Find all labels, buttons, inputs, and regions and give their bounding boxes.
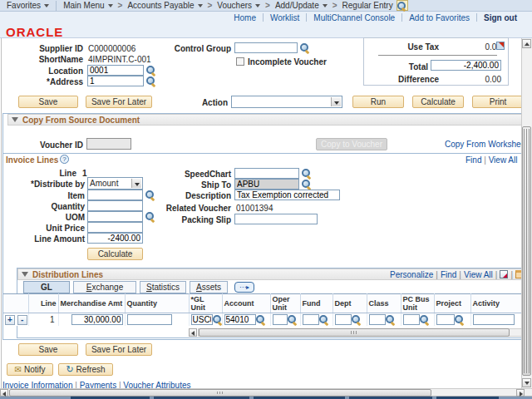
use-tax-label: Use Tax xyxy=(357,42,439,52)
personalize-link[interactable]: Personalize xyxy=(390,270,433,279)
oper-unit-lookup-icon[interactable] xyxy=(288,315,298,325)
account-input[interactable] xyxy=(224,314,256,325)
merchandise-amt-input[interactable] xyxy=(71,314,123,325)
pc-bus-unit-input[interactable] xyxy=(403,314,420,325)
supplier-id-value: C000000006 xyxy=(88,44,135,53)
quantity-dist-input[interactable] xyxy=(127,314,172,325)
class-lookup-icon[interactable] xyxy=(386,315,396,325)
fund-lookup-icon[interactable] xyxy=(319,315,329,325)
distribute-by-value: Amount xyxy=(90,179,118,188)
scroll-page-left-button[interactable] xyxy=(0,389,8,397)
control-group-lookup-icon[interactable] xyxy=(300,43,310,53)
project-lookup-icon[interactable] xyxy=(455,315,465,325)
grid-header-row: Line Merchandise Amt Quantity *GL Unit A… xyxy=(3,294,525,313)
vertical-scrollbar-thumb[interactable] xyxy=(522,126,531,376)
fund-input[interactable] xyxy=(303,314,319,325)
use-tax-value: 0.00 xyxy=(432,42,501,52)
gl-unit-input[interactable] xyxy=(191,314,213,325)
action-select[interactable] xyxy=(231,96,342,108)
total-label: Total xyxy=(357,62,428,71)
scroll-up-button[interactable] xyxy=(522,39,531,48)
scroll-down-button[interactable] xyxy=(522,378,531,387)
multichannel-console-link[interactable]: MultiChannel Console xyxy=(307,13,401,22)
print-button[interactable]: Print xyxy=(472,96,524,108)
logo-band: ORACLE xyxy=(0,23,532,38)
address-label: *Address xyxy=(0,77,83,86)
address-lookup-icon[interactable] xyxy=(146,76,156,86)
save-button-bottom[interactable]: Save xyxy=(18,343,78,356)
save-for-later-button-bottom[interactable]: Save For Later xyxy=(86,343,152,356)
search-icon xyxy=(397,2,406,11)
breadcrumb-label: Add/Update xyxy=(275,1,319,10)
home-link[interactable]: Home xyxy=(227,13,263,22)
total-input[interactable] xyxy=(431,60,501,71)
row-line-number: 1 xyxy=(28,313,58,327)
oper-unit-input[interactable] xyxy=(273,314,288,325)
use-tax-transfer-icon[interactable] xyxy=(496,42,505,50)
calculate-button[interactable]: Calculate xyxy=(412,96,464,108)
breadcrumb-add-update[interactable]: Add/Update xyxy=(275,1,328,10)
calculate-line-button[interactable]: Calculate xyxy=(87,248,143,260)
chevron-down-icon xyxy=(255,4,260,7)
invoice-view-all-link[interactable]: View All xyxy=(489,155,518,165)
ship-to-input[interactable] xyxy=(234,179,299,190)
project-input[interactable] xyxy=(436,314,455,325)
packing-slip-input[interactable] xyxy=(234,214,318,224)
address-input[interactable] xyxy=(87,76,144,86)
collapse-triangle-icon[interactable] xyxy=(12,117,18,122)
ship-to-label: Ship To xyxy=(131,180,231,190)
refresh-button[interactable]: ↻Refresh xyxy=(58,363,113,376)
save-button[interactable]: Save xyxy=(18,96,78,108)
run-button[interactable]: Run xyxy=(352,96,404,108)
incomplete-voucher-checkbox[interactable] xyxy=(236,57,244,66)
collapse-triangle-icon[interactable] xyxy=(22,272,28,277)
speedchart-lookup-icon[interactable] xyxy=(302,169,312,179)
delete-row-button[interactable]: - xyxy=(17,315,27,325)
line-amount-input[interactable] xyxy=(87,233,143,244)
envelope-icon: ✉ xyxy=(15,365,22,374)
favorites-menu[interactable]: Favorites xyxy=(7,1,49,10)
class-input[interactable] xyxy=(369,314,386,325)
activity-input[interactable] xyxy=(473,314,515,325)
grid-scroll-left-button[interactable] xyxy=(189,328,197,337)
tab-gl-chart[interactable]: GL Chart xyxy=(23,281,70,293)
chevron-down-icon xyxy=(331,97,341,106)
worklist-link[interactable]: Worklist xyxy=(264,13,306,22)
breadcrumb-accounts-payable[interactable]: Accounts Payable xyxy=(127,1,202,10)
gl-unit-lookup-icon[interactable] xyxy=(213,315,223,325)
ship-to-lookup-icon[interactable] xyxy=(302,180,312,190)
dept-input[interactable] xyxy=(335,314,352,325)
notify-button[interactable]: ✉Notify xyxy=(7,363,53,376)
distribution-grid: Line Merchandise Amt Quantity *GL Unit A… xyxy=(3,293,526,326)
account-lookup-icon[interactable] xyxy=(256,315,266,325)
grid-scrollbar-thumb[interactable] xyxy=(199,328,510,337)
distribution-find-link[interactable]: Find xyxy=(441,270,456,279)
tab-statistics[interactable]: Statistics xyxy=(140,281,186,293)
breadcrumb-search-icon[interactable] xyxy=(397,0,408,11)
add-row-button[interactable]: + xyxy=(5,315,15,325)
difference-value: 0.00 xyxy=(432,75,501,84)
add-to-favorites-link[interactable]: Add to Favorites xyxy=(402,13,476,22)
pc-bus-unit-lookup-icon[interactable] xyxy=(420,315,430,325)
location-lookup-icon[interactable] xyxy=(146,66,156,76)
description-input[interactable] xyxy=(234,190,340,200)
location-input[interactable] xyxy=(87,65,144,76)
dept-lookup-icon[interactable] xyxy=(352,315,362,325)
copy-from-worksheet-link[interactable]: Copy From Worksheet xyxy=(445,140,528,149)
tab-exchange-rate[interactable]: Exchange Rate xyxy=(73,281,136,293)
invoice-find-link[interactable]: Find xyxy=(466,155,481,165)
grid-header-project: Project xyxy=(434,294,470,313)
distribution-view-all-link[interactable]: View All xyxy=(464,270,493,279)
main-menu[interactable]: Main Menu xyxy=(63,1,112,10)
breadcrumb-vouchers[interactable]: Vouchers xyxy=(217,1,260,10)
sign-out-link[interactable]: Sign out xyxy=(477,13,524,22)
horizontal-scrollbar-thumb[interactable] xyxy=(9,389,431,397)
tab-assets[interactable]: Assets xyxy=(190,281,228,293)
save-for-later-button[interactable]: Save For Later xyxy=(86,96,152,108)
scroll-page-right-button[interactable] xyxy=(516,389,525,397)
download-to-excel-icon[interactable] xyxy=(500,270,508,278)
control-group-input[interactable] xyxy=(234,42,298,53)
help-icon[interactable] xyxy=(60,155,69,164)
speedchart-input[interactable] xyxy=(234,168,299,179)
show-all-columns-icon[interactable] xyxy=(234,282,254,293)
